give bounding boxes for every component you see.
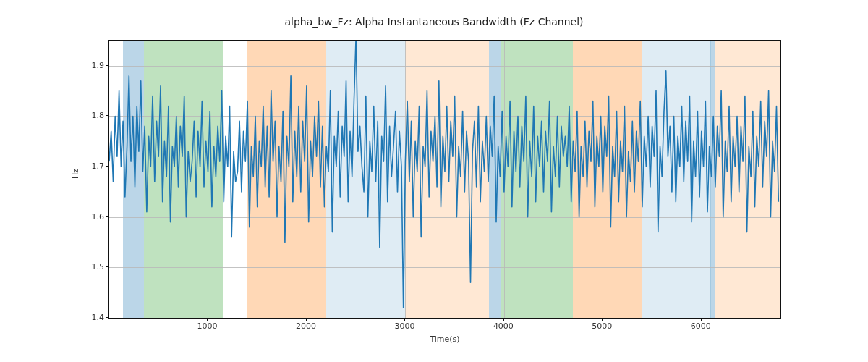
- y-tick-label: 1.5: [75, 262, 104, 272]
- x-tick-mark: [306, 319, 307, 321]
- grid-line-horizontal: [109, 167, 780, 167]
- x-tick-mark: [503, 319, 504, 321]
- background-span: [326, 41, 405, 318]
- grid-line-vertical: [208, 41, 208, 318]
- grid-line-vertical: [603, 41, 603, 318]
- background-span: [715, 41, 780, 318]
- background-span: [123, 41, 144, 318]
- y-tick-label: 1.9: [75, 60, 104, 70]
- grid-line-horizontal: [109, 116, 780, 117]
- background-span: [710, 41, 715, 318]
- y-tick-mark: [106, 115, 109, 116]
- background-span: [501, 41, 574, 318]
- y-tick-label: 1.6: [75, 211, 104, 221]
- background-span: [489, 41, 501, 318]
- y-tick-label: 1.8: [75, 111, 104, 120]
- grid-line-vertical: [504, 41, 505, 318]
- chart-title: alpha_bw_Fz: Alpha Instantaneous Bandwid…: [0, 16, 868, 28]
- background-span: [144, 41, 223, 318]
- x-tick-mark: [404, 319, 405, 321]
- y-tick-mark: [106, 317, 109, 318]
- x-tick-mark: [602, 319, 603, 321]
- y-tick-mark: [106, 65, 109, 66]
- x-tick-label: 5000: [592, 321, 612, 331]
- y-tick-mark: [106, 166, 109, 167]
- x-tick-label: 4000: [493, 321, 514, 331]
- x-tick-label: 2000: [296, 321, 316, 331]
- background-span: [247, 41, 326, 318]
- grid-line-horizontal: [109, 267, 780, 268]
- x-tick-mark: [701, 319, 702, 321]
- grid-line-horizontal: [109, 66, 780, 67]
- background-span: [573, 41, 642, 318]
- y-tick-mark: [106, 216, 109, 217]
- x-tick-label: 1000: [197, 321, 217, 331]
- figure: alpha_bw_Fz: Alpha Instantaneous Bandwid…: [0, 0, 868, 362]
- x-tick-label: 6000: [691, 321, 711, 331]
- y-tick-label: 1.7: [75, 161, 104, 171]
- grid-line-vertical: [702, 41, 702, 318]
- grid-line-horizontal: [109, 217, 780, 218]
- axes-area: [109, 40, 781, 319]
- grid-line-vertical: [405, 41, 406, 318]
- x-tick-label: 3000: [394, 321, 414, 331]
- x-tick-mark: [207, 319, 208, 321]
- grid-line-horizontal: [109, 318, 780, 319]
- y-tick-label: 1.4: [75, 313, 104, 322]
- x-axis-label: Time(s): [109, 334, 781, 344]
- y-tick-mark: [106, 266, 109, 267]
- background-span: [405, 41, 489, 318]
- grid-line-vertical: [307, 41, 307, 318]
